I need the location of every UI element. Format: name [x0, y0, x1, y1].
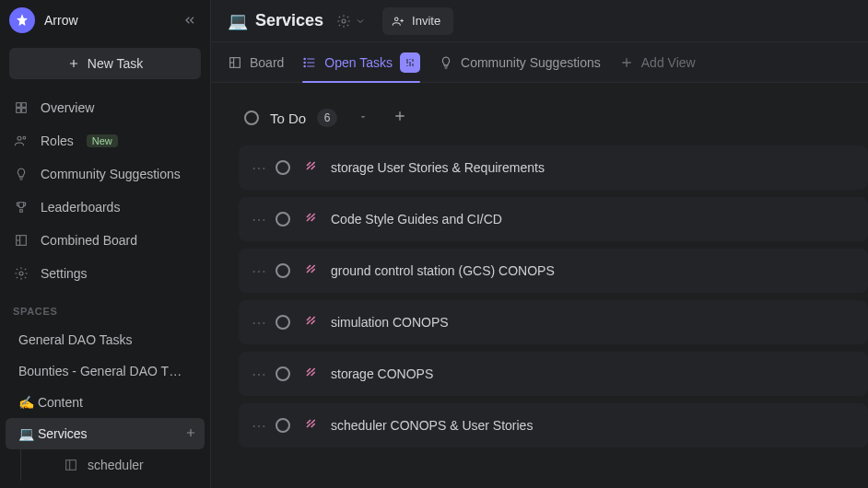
page-title: 💻 Services — [228, 11, 323, 31]
new-task-button[interactable]: New Task — [9, 48, 201, 79]
nav-label: Settings — [41, 266, 88, 281]
drag-handle-icon[interactable]: ⋯ — [252, 366, 263, 383]
new-task-label: New Task — [88, 56, 143, 71]
task-list-area: To Do 6 ⋯ storage User Stories & Require… — [211, 83, 868, 488]
space-bounties[interactable]: Bounties - General DAO T… — [6, 355, 205, 387]
nav-label: Combined Board — [41, 233, 137, 248]
space-label: Bounties - General DAO T… — [18, 364, 182, 378]
workspace-logo[interactable] — [9, 7, 35, 33]
status-circle-icon[interactable] — [276, 315, 290, 330]
tab-open-tasks[interactable]: Open Tasks — [302, 42, 420, 82]
tab-label: Community Suggestions — [461, 55, 601, 70]
add-subspace-button[interactable] — [184, 426, 197, 442]
page-settings-button[interactable] — [336, 14, 366, 29]
spaces-list: General DAO Tasks Bounties - General DAO… — [0, 324, 210, 481]
task-row[interactable]: ⋯ storage User Stories & Requirements — [239, 145, 868, 190]
nav-label: Community Suggestions — [41, 167, 181, 181]
space-label: General DAO Tasks — [18, 332, 132, 347]
task-row[interactable]: ⋯ ground control station (GCS) CONOPS — [239, 249, 868, 293]
lightbulb-icon — [439, 55, 453, 70]
badge-new: New — [87, 134, 118, 147]
page-title-text: Services — [255, 11, 323, 30]
status-circle-icon[interactable] — [276, 418, 290, 433]
drag-handle-icon[interactable]: ⋯ — [252, 314, 263, 331]
invite-button[interactable]: Invite — [382, 7, 453, 35]
task-row[interactable]: ⋯ simulation CONOPS — [239, 300, 868, 344]
svg-rect-0 — [17, 103, 21, 108]
svg-point-7 — [19, 272, 23, 275]
priority-icon[interactable] — [303, 158, 318, 177]
svg-point-5 — [23, 136, 26, 139]
status-circle-icon[interactable] — [276, 263, 290, 278]
nav-overview[interactable]: Overview — [6, 92, 205, 123]
task-row[interactable]: ⋯ scheduler CONOPS & User Stories — [239, 403, 868, 447]
plus-icon — [393, 109, 407, 123]
tab-add-view[interactable]: Add View — [619, 42, 696, 82]
spaces-heading: SPACES — [0, 289, 210, 324]
collapse-sidebar-button[interactable] — [179, 9, 201, 31]
workspace-header: Arrow — [0, 0, 210, 41]
priority-icon[interactable] — [303, 313, 318, 331]
nav-community-suggestions[interactable]: Community Suggestions — [6, 158, 205, 190]
laptop-icon: 💻 — [228, 11, 248, 31]
group-count: 6 — [317, 109, 337, 127]
users-icon — [13, 133, 29, 149]
nav-label: Leaderboards — [41, 200, 120, 215]
tab-board[interactable]: Board — [228, 42, 284, 82]
priority-icon[interactable] — [303, 261, 318, 280]
subspace-label: scheduler — [88, 458, 144, 472]
status-circle-icon[interactable] — [276, 212, 290, 227]
group-collapse-button[interactable] — [358, 110, 369, 126]
star-icon — [15, 13, 29, 28]
trophy-icon — [13, 199, 29, 215]
drag-handle-icon[interactable]: ⋯ — [252, 417, 263, 435]
priority-icon[interactable] — [303, 210, 318, 228]
task-title: ground control station (GCS) CONOPS — [331, 263, 555, 278]
workspace-name[interactable]: Arrow — [44, 13, 170, 28]
chevron-down-icon — [355, 16, 366, 27]
task-title: storage CONOPS — [331, 366, 433, 381]
group-header-todo[interactable]: To Do 6 — [239, 103, 868, 133]
priority-icon[interactable] — [303, 416, 318, 435]
task-row[interactable]: ⋯ storage CONOPS — [239, 352, 868, 396]
add-task-button[interactable] — [393, 109, 407, 127]
view-tabs: Board Open Tasks Community Suggestions A… — [211, 42, 868, 83]
tab-label: Add View — [641, 55, 696, 70]
drag-handle-icon[interactable]: ⋯ — [252, 159, 263, 177]
nav-label: Overview — [41, 100, 94, 115]
plus-icon — [67, 57, 80, 70]
status-circle-icon[interactable] — [276, 160, 290, 175]
space-content[interactable]: ✍️ Content — [6, 387, 205, 418]
gear-icon — [13, 265, 29, 282]
user-plus-icon — [392, 15, 405, 28]
task-title: scheduler CONOPS & User Stories — [331, 418, 533, 433]
space-label: 💻 Services — [18, 426, 88, 441]
svg-point-9 — [342, 19, 346, 23]
nav-combined-board[interactable]: Combined Board — [6, 225, 205, 256]
space-services[interactable]: 💻 Services — [6, 418, 205, 449]
nav-label: Roles — [41, 134, 74, 148]
svg-rect-2 — [17, 109, 21, 113]
tab-label: Open Tasks — [324, 55, 393, 70]
nav-leaderboards[interactable]: Leaderboards — [6, 192, 205, 223]
board-icon — [228, 55, 242, 70]
nav-roles[interactable]: Roles New — [6, 125, 205, 157]
plus-icon — [619, 55, 634, 70]
invite-label: Invite — [412, 14, 440, 28]
status-circle-icon[interactable] — [276, 366, 290, 381]
drag-handle-icon[interactable]: ⋯ — [252, 262, 263, 280]
filter-chip[interactable] — [400, 52, 420, 73]
task-row[interactable]: ⋯ Code Style Guides and CI/CD — [239, 197, 868, 241]
sliders-icon — [405, 57, 416, 68]
space-general-dao-tasks[interactable]: General DAO Tasks — [6, 324, 205, 355]
svg-rect-1 — [22, 103, 27, 108]
plus-icon — [184, 426, 197, 439]
tab-community-suggestions[interactable]: Community Suggestions — [439, 42, 601, 82]
nav-settings[interactable]: Settings — [6, 258, 205, 289]
svg-point-14 — [304, 65, 305, 66]
board-icon — [13, 232, 29, 249]
svg-rect-8 — [66, 460, 76, 471]
drag-handle-icon[interactable]: ⋯ — [252, 211, 263, 228]
priority-icon[interactable] — [303, 365, 318, 383]
subspace-scheduler[interactable]: scheduler — [27, 449, 205, 481]
